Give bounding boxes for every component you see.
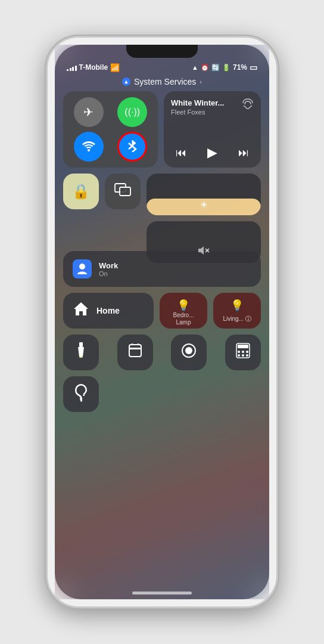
svg-rect-17 bbox=[238, 345, 248, 348]
bluetooth-icon bbox=[127, 139, 137, 155]
phone-screen: T-Mobile 📶 ▲ ⏰ 🔄 🔋 71% ▭ ▲ System Servic… bbox=[55, 45, 269, 599]
svg-point-0 bbox=[88, 149, 90, 151]
calculator-icon bbox=[236, 343, 250, 362]
system-services-label: System Services bbox=[134, 77, 196, 86]
flashlight-icon bbox=[76, 342, 86, 363]
svg-point-20 bbox=[246, 351, 248, 353]
chevron-right-icon: › bbox=[200, 78, 202, 85]
phone-frame: T-Mobile 📶 ▲ ⏰ 🔄 🔋 71% ▭ ▲ System Servic… bbox=[46, 36, 278, 608]
svg-point-15 bbox=[185, 347, 192, 354]
home-indicator[interactable] bbox=[132, 592, 192, 595]
volume-up-button[interactable] bbox=[46, 136, 47, 169]
small-tiles-row: 🔒 bbox=[63, 174, 141, 209]
flashlight-button[interactable] bbox=[63, 335, 99, 370]
brightness-icon: ☀ bbox=[195, 194, 213, 215]
screen-lock-button[interactable]: 🔒 bbox=[63, 174, 99, 209]
bluetooth-button[interactable] bbox=[117, 132, 147, 162]
power-button[interactable] bbox=[277, 133, 278, 169]
home-icon bbox=[73, 301, 89, 321]
svg-point-23 bbox=[246, 354, 248, 357]
row-utilities bbox=[63, 335, 261, 370]
svg-point-5 bbox=[79, 264, 85, 270]
living-lamp-label: Living... ⓘ bbox=[223, 315, 251, 323]
music-artist: Fleet Foxes bbox=[171, 109, 242, 116]
timer-button[interactable] bbox=[117, 335, 153, 370]
bedroom-lamp-tile[interactable]: 💡 Bedro... Lamp bbox=[160, 293, 207, 329]
volume-slider[interactable] bbox=[147, 221, 261, 263]
mute-button[interactable] bbox=[46, 109, 47, 127]
next-track-button[interactable]: ⏭ bbox=[238, 147, 249, 159]
music-info: White Winter... Fleet Foxes bbox=[171, 98, 242, 116]
battery-charging-icon: 🔋 bbox=[222, 64, 230, 72]
work-icon bbox=[73, 259, 92, 278]
airplay-icon[interactable] bbox=[242, 98, 254, 110]
svg-point-24 bbox=[80, 398, 82, 400]
row-home: Home 💡 Bedro... Lamp 💡 Living... bbox=[63, 293, 261, 329]
row-screen-sliders: 🔒 bbox=[63, 174, 261, 245]
row-hearing bbox=[63, 376, 261, 412]
prev-track-button[interactable]: ⏮ bbox=[176, 147, 186, 159]
bedroom-lamp-icon: 💡 bbox=[177, 299, 190, 312]
living-info-icon: ⓘ bbox=[245, 315, 251, 322]
control-center-grid: ✈ ((·)) bbox=[55, 91, 269, 412]
svg-rect-7 bbox=[79, 342, 83, 347]
battery-level: 71% bbox=[233, 63, 247, 72]
work-subtitle: On bbox=[99, 270, 118, 277]
location-arrow-icon: ▲ bbox=[122, 78, 130, 86]
home-label: Home bbox=[96, 306, 120, 315]
wifi-button[interactable] bbox=[74, 132, 104, 162]
svg-rect-11 bbox=[133, 348, 135, 357]
hearing-button[interactable] bbox=[63, 376, 99, 412]
wifi-icon: 📶 bbox=[110, 63, 120, 72]
hotspot-button[interactable]: ((·)) bbox=[117, 97, 147, 127]
svg-rect-9 bbox=[129, 345, 141, 357]
svg-point-18 bbox=[238, 351, 240, 353]
home-tile[interactable]: Home bbox=[63, 293, 154, 329]
battery-icon: ▭ bbox=[250, 63, 257, 72]
svg-point-21 bbox=[238, 354, 240, 357]
left-controls-col: 🔒 bbox=[63, 174, 141, 245]
music-controls: ⏮ ▶ ⏭ bbox=[171, 145, 254, 160]
alarm-icon: ⏰ bbox=[201, 64, 209, 72]
screen-mirror-button[interactable] bbox=[105, 174, 141, 209]
music-title: White Winter... bbox=[171, 98, 242, 107]
svg-point-19 bbox=[242, 351, 244, 353]
airplane-mode-button[interactable]: ✈ bbox=[74, 97, 104, 127]
svg-point-22 bbox=[242, 354, 244, 357]
calculator-button[interactable] bbox=[225, 335, 261, 370]
svg-point-8 bbox=[79, 355, 83, 358]
svg-rect-10 bbox=[129, 348, 141, 349]
control-center: T-Mobile 📶 ▲ ⏰ 🔄 🔋 71% ▭ ▲ System Servic… bbox=[55, 45, 269, 599]
volume-icon bbox=[192, 240, 215, 263]
volume-down-button[interactable] bbox=[46, 175, 47, 208]
hotspot-icon: ((·)) bbox=[124, 107, 140, 117]
wifi-signal-icon bbox=[82, 140, 96, 154]
system-services-bar[interactable]: ▲ System Services › bbox=[55, 75, 269, 91]
sync-icon: 🔄 bbox=[211, 64, 220, 72]
connectivity-tile: ✈ ((·)) bbox=[63, 91, 158, 168]
status-right: ▲ ⏰ 🔄 🔋 71% ▭ bbox=[192, 63, 257, 72]
status-left: T-Mobile 📶 bbox=[67, 63, 120, 72]
svg-rect-2 bbox=[120, 187, 130, 196]
signal-bars bbox=[67, 64, 77, 71]
row-connectivity-music: ✈ ((·)) bbox=[63, 91, 261, 168]
play-pause-button[interactable]: ▶ bbox=[207, 145, 217, 160]
screen-record-button[interactable] bbox=[171, 335, 207, 370]
brightness-slider[interactable]: ☀ bbox=[147, 174, 261, 215]
hearing-icon bbox=[73, 383, 89, 406]
work-text: Work On bbox=[99, 261, 118, 277]
location-status-icon: ▲ bbox=[192, 64, 198, 71]
timer-icon bbox=[127, 343, 143, 362]
music-top: White Winter... Fleet Foxes bbox=[171, 98, 254, 116]
screen-mirror-icon bbox=[114, 183, 131, 200]
work-label: Work bbox=[99, 261, 118, 270]
airplane-icon: ✈ bbox=[83, 105, 94, 119]
bedroom-lamp-label: Bedro... Lamp bbox=[173, 312, 194, 326]
notch bbox=[126, 45, 198, 58]
screen-lock-icon: 🔒 bbox=[72, 183, 90, 200]
sliders-column: ☀ bbox=[147, 174, 261, 245]
music-player-tile[interactable]: White Winter... Fleet Foxes bbox=[164, 91, 261, 168]
living-lamp-tile[interactable]: 💡 Living... ⓘ bbox=[213, 293, 261, 329]
record-icon bbox=[181, 343, 197, 362]
living-lamp-icon: 💡 bbox=[230, 299, 244, 312]
